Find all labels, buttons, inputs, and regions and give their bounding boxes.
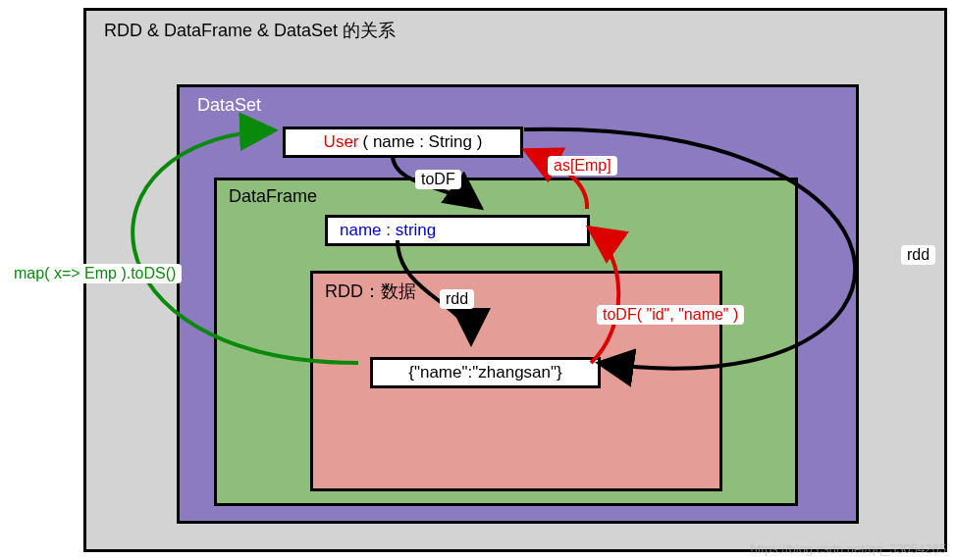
dataframe-fieldname: name : string [340, 221, 436, 240]
rdd-box: RDD：数据 {"name":"zhangsan"} [310, 271, 722, 491]
diagram-title: RDD & DataFrame & DataSet 的关系 [104, 19, 396, 42]
label-as-emp: as[Emp] [548, 156, 617, 176]
label-todf: toDF [415, 170, 461, 189]
rdd-label: RDD：数据 [325, 280, 416, 303]
dataset-box: DataSet User ( name : String ) DataFrame… [177, 84, 859, 524]
user-args: ( name : String ) [363, 132, 483, 152]
label-rdd-down: rdd [440, 289, 474, 309]
dataset-label: DataSet [197, 95, 261, 116]
user-classname: User [324, 132, 359, 152]
watermark: https://blog.csdn.net/qq_33054265 [751, 541, 947, 556]
dataframe-box: DataFrame name : string RDD：数据 {"name":"… [214, 178, 798, 506]
dataset-user-box: User ( name : String ) [283, 127, 523, 158]
outer-frame: RDD & DataFrame & DataSet 的关系 DataSet Us… [83, 8, 947, 552]
dataframe-field-box: name : string [325, 215, 590, 246]
label-map-tods: map( x=> Emp ).toDS() [8, 264, 182, 283]
rdd-json-sample: {"name":"zhangsan"} [408, 363, 561, 382]
label-todf-args: toDF( "id", "name" ) [597, 305, 744, 325]
rdd-json-box: {"name":"zhangsan"} [370, 357, 601, 388]
dataframe-label: DataFrame [229, 186, 317, 207]
label-rdd-right: rdd [901, 245, 935, 265]
